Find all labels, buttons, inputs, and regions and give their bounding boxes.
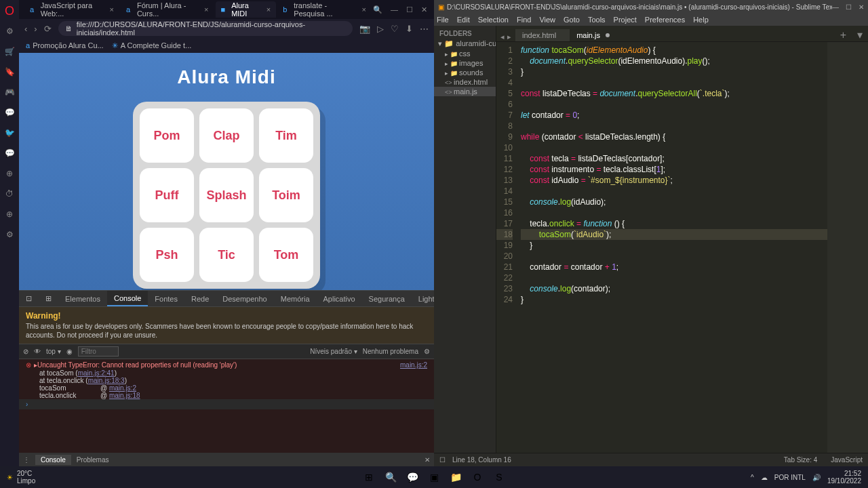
camera-icon[interactable]: 📷 [359, 24, 370, 34]
opera-sidebar-icon[interactable]: 💬 [4, 107, 15, 118]
menu-item[interactable]: View [539, 16, 555, 24]
code-editor[interactable]: 123456789101112131415161718192021222324 … [496, 42, 868, 453]
opera-sidebar-icon[interactable]: ⊕ [4, 168, 15, 179]
taskbar-app-icon[interactable]: 🔍 [382, 469, 399, 485]
drawer-problems-tab[interactable]: Problemas [77, 456, 109, 464]
devtools-tab[interactable]: Fontes [148, 291, 184, 306]
opera-sidebar-icon[interactable]: 🛒 [4, 46, 15, 57]
browser-tab[interactable]: ■Alura MIDI× [216, 1, 277, 18]
browser-tab[interactable]: aFórum | Alura - Curs...× [121, 1, 214, 18]
sidebar-folder[interactable]: images [434, 58, 496, 68]
midi-button-puff[interactable]: Puff [140, 168, 194, 222]
bookmark-item[interactable]: aPromoção Alura Cu... [26, 41, 104, 49]
devtools-tab[interactable]: Console [107, 291, 148, 306]
tab-next-icon[interactable]: ▸ [507, 33, 511, 41]
opera-sidebar-icon[interactable]: ⚙ [4, 229, 15, 240]
opera-sidebar-icon[interactable]: ⚙ [4, 26, 15, 37]
reload-button[interactable]: ⟳ [44, 24, 52, 34]
tab-size[interactable]: Tab Size: 4 [784, 456, 817, 464]
menu-item[interactable]: File [437, 16, 449, 24]
menu-item[interactable]: Preferences [645, 16, 685, 24]
midi-button-tom[interactable]: Tom [259, 228, 313, 282]
devtools-device-icon[interactable]: ⊞ [39, 291, 58, 306]
sidebar-root[interactable]: ▾ 📁 aluramidi-curso... [434, 39, 496, 49]
tab-add-icon[interactable]: + [835, 29, 852, 41]
midi-button-splash[interactable]: Splash [199, 168, 254, 222]
sidebar-folder[interactable]: css [434, 49, 496, 58]
heart-icon[interactable]: ♡ [391, 24, 399, 34]
minimize-icon[interactable]: — [391, 5, 398, 14]
tray-icon[interactable]: ☁ [761, 474, 768, 481]
taskbar-app-icon[interactable]: 💬 [404, 469, 420, 485]
maximize-icon[interactable]: ☐ [846, 3, 852, 11]
browser-tab[interactable]: btranslate - Pesquisa ...× [277, 1, 372, 18]
editor-tab[interactable]: index.html [515, 29, 570, 41]
close-icon[interactable]: ✕ [421, 5, 427, 14]
taskbar-app-icon[interactable]: ▣ [426, 469, 442, 485]
devtools-tab[interactable]: Segurança [362, 291, 412, 306]
opera-sidebar-icon[interactable]: ⊕ [4, 209, 15, 220]
tray-icon[interactable]: ^ [751, 474, 754, 481]
minimize-icon[interactable]: — [832, 3, 839, 11]
menu-item[interactable]: Project [614, 16, 637, 24]
midi-button-clap[interactable]: Clap [199, 108, 254, 163]
opera-sidebar-icon[interactable]: 🐦 [4, 127, 15, 138]
devtools-tab[interactable]: Memória [274, 291, 317, 306]
download-icon[interactable]: ⬇ [406, 24, 413, 34]
browser-tab[interactable]: aJavaScript para Web:...× [24, 1, 119, 18]
back-button[interactable]: ‹ [24, 24, 27, 34]
clear-console-icon[interactable]: ⊘ [23, 348, 28, 355]
menu-item[interactable]: Goto [564, 16, 580, 24]
taskbar-app-icon[interactable]: 📁 [448, 469, 464, 485]
menu-item[interactable]: Tools [588, 16, 606, 24]
midi-button-pom[interactable]: Pom [140, 108, 194, 163]
eye-icon[interactable]: 👁 [34, 348, 41, 355]
devtools-tab[interactable]: Elementos [58, 291, 107, 306]
forward-button[interactable]: › [34, 24, 37, 34]
drawer-console-tab[interactable]: Console [35, 455, 71, 465]
menu-item[interactable]: Help [693, 16, 709, 24]
sidebar-file[interactable]: index.html [434, 77, 496, 87]
menu-item[interactable]: Find [517, 16, 531, 24]
taskbar-weather[interactable]: ☀ 20°C Limpo [0, 470, 35, 485]
menu-icon[interactable]: ⋯ [420, 24, 429, 34]
midi-button-psh[interactable]: Psh [140, 228, 194, 282]
syntax-lang[interactable]: JavaScript [831, 456, 863, 464]
opera-sidebar-icon[interactable]: 🔖 [4, 66, 15, 77]
midi-button-tim[interactable]: Tim [259, 108, 313, 163]
opera-sidebar-icon[interactable]: 🎮 [4, 87, 15, 98]
maximize-icon[interactable]: ☐ [406, 5, 413, 14]
filter-input[interactable] [78, 346, 119, 357]
midi-button-toim[interactable]: Toim [259, 168, 313, 222]
taskbar-clock[interactable]: 21:52 19/10/2022 [827, 470, 861, 485]
devtools-tab[interactable]: Aplicativo [317, 291, 362, 306]
taskbar-app-icon[interactable]: S [491, 469, 507, 485]
opera-sidebar-icon[interactable]: ⏱ [4, 188, 15, 199]
minimap[interactable] [827, 42, 868, 453]
menu-item[interactable]: Edit [457, 16, 470, 24]
taskbar-app-icon[interactable]: ⊞ [361, 469, 377, 485]
search-icon[interactable]: 🔍 [373, 5, 382, 14]
devtools-tab[interactable]: Desempenho [216, 291, 273, 306]
close-icon[interactable]: ✕ [859, 3, 864, 11]
tray-icon[interactable]: POR INTL [774, 474, 806, 481]
filter-eye-icon[interactable]: ◉ [66, 348, 73, 355]
opera-sidebar-icon[interactable]: 💬 [4, 148, 15, 159]
editor-tab[interactable]: main.js [570, 29, 614, 41]
devtools-inspect-icon[interactable]: ⊡ [19, 291, 39, 306]
devtools-tab[interactable]: Rede [184, 291, 216, 306]
send-icon[interactable]: ▷ [377, 24, 384, 34]
bookmark-item[interactable]: ✳A Complete Guide t... [112, 41, 192, 50]
sidebar-folder[interactable]: sounds [434, 68, 496, 77]
gear-icon[interactable]: ⚙ [424, 348, 430, 355]
midi-button-tic[interactable]: Tic [199, 228, 254, 282]
sidebar-file[interactable]: main.js [434, 87, 496, 96]
taskbar-app-icon[interactable]: O [469, 469, 486, 485]
menu-item[interactable]: Selection [478, 16, 509, 24]
url-input[interactable]: 🗎 file:///D:/CURSOS/ALURA/FRONT-END/JS/a… [58, 21, 353, 36]
tab-menu-icon[interactable]: ▾ [852, 28, 868, 41]
levels-selector[interactable]: Níveis padrão ▾ [310, 348, 357, 355]
close-drawer-icon[interactable]: ✕ [425, 456, 430, 464]
opera-sidebar-icon[interactable]: O [4, 5, 15, 16]
tray-icon[interactable]: 🔊 [812, 474, 821, 481]
